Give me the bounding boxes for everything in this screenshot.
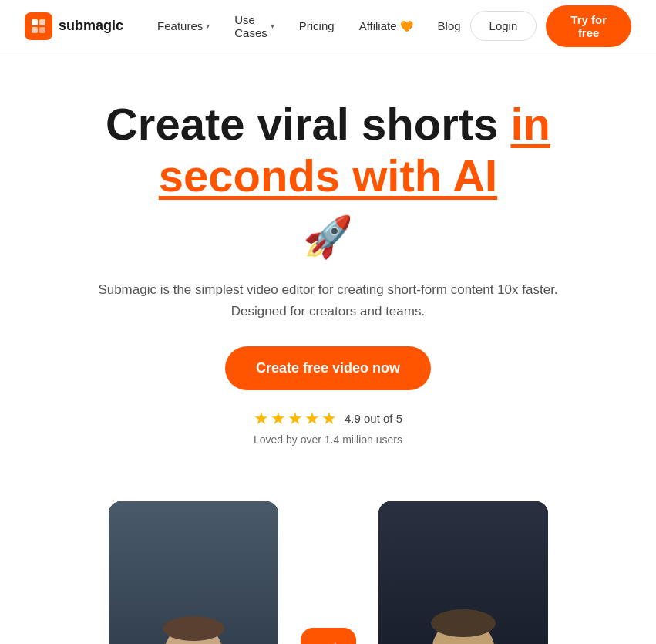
svg-rect-3: [39, 27, 45, 33]
login-button[interactable]: Login: [470, 11, 537, 41]
logo-text: submagic: [59, 18, 123, 34]
video-right-placeholder: [378, 501, 548, 644]
nav-blog[interactable]: Blog: [429, 13, 470, 39]
hero-subtitle: Submagic is the simplest video editor fo…: [97, 279, 560, 321]
nav-right: Login Try for free: [470, 5, 631, 47]
video-left-placeholder: [109, 501, 278, 644]
chevron-down-icon: ▾: [271, 22, 274, 30]
logo[interactable]: submagic: [25, 12, 123, 40]
cta-button[interactable]: Create free video now: [225, 346, 431, 390]
svg-point-11: [163, 616, 224, 641]
try-free-button[interactable]: Try for free: [546, 5, 631, 47]
logo-icon: [25, 12, 52, 40]
nav-pricing[interactable]: Pricing: [290, 13, 344, 39]
svg-rect-1: [39, 19, 45, 25]
submagic-center-icon: [301, 628, 356, 644]
star-icons: ★★★★★: [254, 409, 338, 429]
rating-value: 4.9 out of 5: [345, 412, 402, 425]
navbar: submagic Features ▾ Use Cases ▾ Pricing …: [0, 0, 656, 52]
loved-text: Loved by over 1.4 million users: [15, 433, 641, 446]
video-section: Chat with real humans 🧡 × Support is ava…: [0, 501, 656, 644]
nav-use-cases[interactable]: Use Cases ▾: [225, 7, 284, 46]
svg-rect-2: [32, 27, 38, 33]
chevron-down-icon: ▾: [206, 22, 210, 30]
hero-section: Create viral shorts in seconds with AI 🚀…: [0, 52, 656, 501]
video-card-left: [109, 501, 278, 644]
svg-rect-0: [32, 19, 38, 25]
video-card-right: [378, 501, 548, 644]
nav-links: Features ▾ Use Cases ▾ Pricing Affiliate…: [148, 7, 470, 46]
rating-row: ★★★★★ 4.9 out of 5: [15, 409, 641, 429]
svg-point-21: [431, 609, 496, 637]
rocket-emoji: 🚀: [15, 214, 641, 261]
hero-title: Create viral shorts in seconds with AI: [15, 99, 641, 201]
affiliate-icon: 🧡: [400, 20, 413, 32]
nav-left: submagic Features ▾ Use Cases ▾ Pricing …: [25, 7, 470, 46]
nav-affiliate[interactable]: Affiliate 🧡: [350, 13, 422, 39]
nav-features[interactable]: Features ▾: [148, 13, 219, 39]
